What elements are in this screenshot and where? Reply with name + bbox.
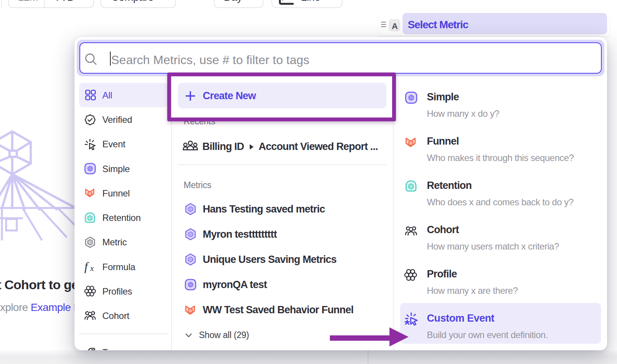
svg-text:f: f (84, 261, 89, 273)
svg-text:x: x (90, 263, 94, 273)
